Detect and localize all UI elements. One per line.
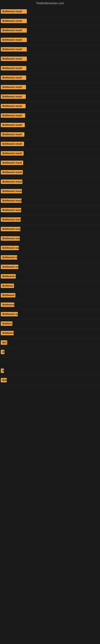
bottleneck-badge[interactable]: B [1,350,4,354]
bottleneck-badge[interactable]: Bottleneck result [1,227,20,231]
list-item: Bottleneck result [1,64,100,74]
list-item: Bottleneck result [1,225,100,234]
bottleneck-badge[interactable]: Bottlens [1,322,12,326]
bottleneck-badge[interactable]: Bottleneck res [1,312,18,316]
list-item: Bottleneck result [1,196,100,206]
site-title: TheBottlenecker.com [36,2,64,5]
list-item: Bottleneck result [1,178,100,187]
bottleneck-badge[interactable]: Bottleneck result [1,47,27,52]
list-item: B [1,366,100,376]
bottleneck-badge[interactable]: Bottleneck r [1,293,15,298]
bottleneck-badge[interactable]: Bottleneck result [1,9,27,14]
bottleneck-badge[interactable]: Bottlenec [1,284,14,288]
list-item: Bottlenec [1,282,100,291]
list-item: B [1,348,100,357]
list-item: Bottleneck result [1,7,100,17]
bottleneck-badge[interactable]: Bottleneck result [1,113,25,118]
bottleneck-badge[interactable]: Bottleneck result [1,265,18,269]
bottleneck-badge[interactable]: Bottleneck result [1,76,26,80]
bottleneck-badge[interactable]: Bottleneck result [1,180,22,184]
bottleneck-badge[interactable]: Bottleneck result [1,94,26,99]
spacer-row [1,357,100,366]
site-header: TheBottlenecker.com [0,0,100,7]
list-item: Bot [1,338,100,348]
list-item: Bottleneck result [1,74,100,83]
list-item: Bottleneck result [1,244,100,253]
bottleneck-badge[interactable]: Bottleneck result [1,246,19,250]
list-item: Bottleneck result [1,36,100,45]
list-item: Bottleneck result [1,17,100,26]
bottleneck-badge[interactable]: Bottleneck result [1,142,24,146]
list-item: Bottleneck result [1,83,100,92]
list-item: Bottleneck res [1,310,100,320]
bottleneck-badge[interactable]: B [1,368,4,373]
bottleneck-badge[interactable]: Bottleneck result [1,66,26,70]
list-item: Bottleneck result [1,45,100,54]
bottleneck-badge[interactable]: Bottleneck result [1,85,26,89]
bottleneck-badge[interactable]: Bottleneck result [1,104,26,108]
list-item: Bottleneck result [1,168,100,178]
bottleneck-badge[interactable]: Bottleneck result [1,208,21,212]
bottleneck-badge[interactable]: Bottleneck result [1,170,23,174]
bottleneck-badge[interactable]: Bottleneck result [1,56,27,61]
bottleneck-list: Bottleneck resultBottleneck resultBottle… [0,7,100,386]
list-item: Bottleneck result [1,121,100,130]
list-item: Bottleneck result [1,140,100,149]
list-item: Bottlens [1,320,100,329]
bottleneck-badge[interactable]: Bottleneck result [1,151,24,156]
bottleneck-badge[interactable]: Bottleneck re [1,255,17,260]
list-item: Bottleneck result [1,187,100,196]
bottleneck-badge[interactable]: Bottleneck [1,302,14,307]
list-item: Bottleneck [1,300,100,310]
list-item: Bottleneck result [1,234,100,244]
bottleneck-badge[interactable]: Bot [1,340,7,345]
list-item: Bottleneck re [1,253,100,263]
list-item: Bottleneck r [1,291,100,300]
bottleneck-badge[interactable]: Bottleneck result [1,160,23,165]
bottleneck-badge[interactable]: Bottleneck [1,331,14,335]
list-item: Bottleneck result [1,54,100,64]
bottleneck-badge[interactable]: Bott [1,378,7,382]
bottleneck-badge[interactable]: Bottleneck result [1,28,27,32]
list-item: Bottleneck [1,329,100,338]
list-item: Bottleneck result [1,149,100,158]
bottleneck-badge[interactable]: Bottleneck result [1,38,27,42]
list-item: Bottleneck result [1,206,100,215]
bottleneck-badge[interactable]: Bottleneck result [1,189,22,194]
list-item: Bottleneck result [1,130,100,140]
list-item: Bottleneck result [1,92,100,102]
list-item: Bottleneck result [1,111,100,121]
bottleneck-badge[interactable]: Bottleneck result [1,236,20,241]
list-item: Bottleneck result [1,102,100,111]
list-item: Bottleneck result [1,215,100,225]
list-item: Bottleneck result [1,158,100,168]
bottleneck-badge[interactable]: Bottleneck result [1,123,25,127]
bottleneck-badge[interactable]: Bottleneck result [1,19,27,23]
list-item: Bottleneck result [1,26,100,36]
bottleneck-badge[interactable]: Bottleneck result [1,198,22,203]
bottleneck-badge[interactable]: Bottleneck r [1,274,16,278]
list-item: Bott [1,376,100,386]
bottleneck-badge[interactable]: Bottleneck result [1,132,24,137]
bottleneck-badge[interactable]: Bottleneck result [1,217,21,222]
list-item: Bottleneck r [1,272,100,282]
list-item: Bottleneck result [1,263,100,272]
